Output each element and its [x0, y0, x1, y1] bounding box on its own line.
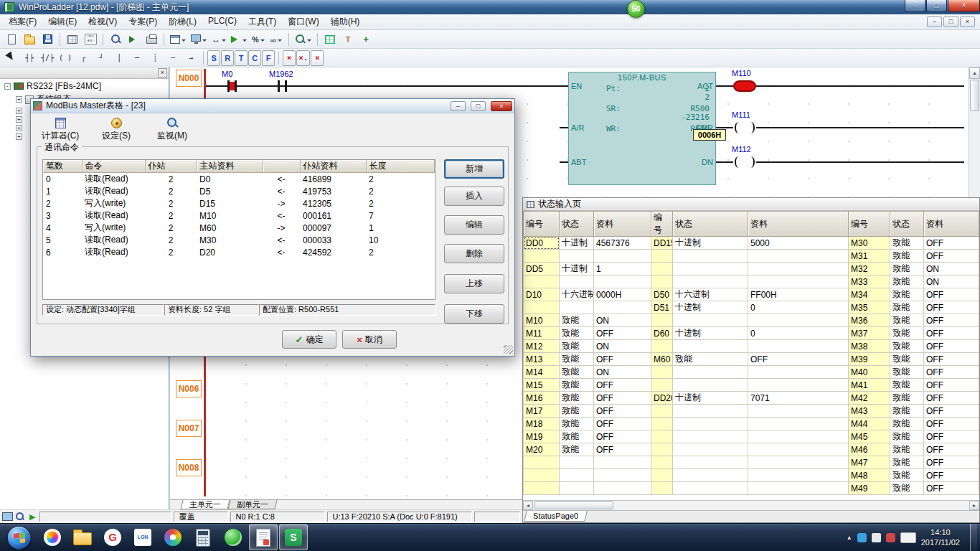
network-label-n008[interactable]: N008: [176, 459, 202, 476]
zoom-mini-icon[interactable]: [15, 512, 25, 522]
command-table[interactable]: 笔数命令仆站主站资料仆站资料长度 0读取(Read)2D0<-41689921读…: [42, 159, 435, 300]
coil-label-m112[interactable]: M112: [732, 145, 751, 154]
start-button[interactable]: [0, 524, 37, 551]
status-cell[interactable]: 0000H: [594, 288, 651, 301]
status-cell[interactable]: OFF: [924, 456, 979, 469]
status-cell[interactable]: OFF: [594, 379, 651, 392]
network-label-n007[interactable]: N007: [176, 420, 202, 437]
coil-m112[interactable]: [733, 156, 756, 168]
contact-m0[interactable]: [235, 80, 237, 92]
scale-button[interactable]: [250, 32, 267, 47]
command-row[interactable]: 0读取(Read)2D0<-4168992: [43, 173, 435, 186]
status-cell[interactable]: [673, 340, 748, 353]
status-cell[interactable]: [524, 482, 560, 495]
status-cell[interactable]: ON: [924, 263, 979, 276]
goto-network-button[interactable]: [125, 32, 142, 47]
contact-m1962[interactable]: [285, 80, 287, 92]
scroll-left-icon[interactable]: ◄: [523, 501, 533, 510]
status-cell[interactable]: 致能: [890, 288, 924, 301]
zoom-button[interactable]: [293, 32, 314, 47]
coil-label-m111[interactable]: M111: [732, 110, 750, 119]
menu-item-6[interactable]: 工具(T): [242, 14, 282, 30]
dialog-col-header[interactable]: 笔数: [43, 160, 82, 173]
status-cell[interactable]: 十六进制: [560, 288, 594, 301]
vertical-line-icon[interactable]: │: [110, 50, 128, 66]
tree-item-label[interactable]: RS232 [FBs-24MC]: [27, 81, 101, 91]
status-cell[interactable]: OFF: [924, 392, 979, 405]
status-cell[interactable]: M30: [849, 237, 890, 250]
status-cell[interactable]: M60: [651, 353, 673, 366]
status-cell[interactable]: [651, 443, 673, 456]
status-cell[interactable]: [673, 314, 748, 327]
horizontal-scrollbar[interactable]: ◄ ►: [523, 500, 979, 510]
status-cell[interactable]: 致能: [890, 366, 924, 379]
status-cell[interactable]: 致能: [890, 276, 924, 288]
status-cell[interactable]: [594, 276, 651, 288]
status-cell[interactable]: 十进制: [673, 392, 748, 405]
status-cell[interactable]: [748, 379, 849, 392]
status-col-header[interactable]: 资料: [748, 212, 849, 237]
status-cell[interactable]: [651, 276, 673, 288]
taskbar-item-calculator[interactable]: [189, 524, 217, 550]
tab-statuspage0[interactable]: StatusPage0: [524, 511, 588, 522]
tree-expand-icon[interactable]: +: [16, 96, 22, 103]
status-cell[interactable]: ON: [594, 340, 651, 353]
taskbar-clock[interactable]: 14:10 2017/11/02: [921, 527, 960, 548]
status-cell[interactable]: [524, 456, 560, 469]
dialog-minimize-button[interactable]: –: [451, 101, 466, 111]
function-block-mbus[interactable]: 150P.M-BUS Pt:22SR:R500-23216WR:R6006ENA…: [568, 72, 716, 185]
status-cell[interactable]: [673, 405, 748, 418]
reset-instruction-button[interactable]: R: [221, 50, 234, 66]
status-cell[interactable]: [594, 301, 651, 314]
dialog-col-header[interactable]: 长度: [366, 160, 435, 173]
status-col-header[interactable]: 状态: [673, 212, 748, 237]
status-cell[interactable]: M42: [849, 392, 890, 405]
status-cell[interactable]: [673, 430, 748, 443]
menu-item-4[interactable]: 阶梯(L): [163, 14, 202, 30]
status-cell[interactable]: 7071: [748, 392, 849, 405]
set-instruction-button[interactable]: S: [207, 50, 220, 66]
status-cell[interactable]: 致能: [673, 353, 748, 366]
menu-item-1[interactable]: 编辑(E): [42, 14, 83, 30]
status-cell[interactable]: [651, 379, 673, 392]
command-row[interactable]: 5读取(Read)2M30<-00003310: [43, 234, 435, 246]
status-cell[interactable]: 致能: [560, 392, 594, 405]
move-up-button[interactable]: 上移: [444, 274, 504, 293]
monitor-mini-icon[interactable]: [2, 512, 13, 521]
status-cell[interactable]: M44: [849, 418, 890, 430]
status-cell[interactable]: [748, 340, 849, 353]
wire-to-coil-icon[interactable]: →: [182, 50, 199, 66]
taskbar-item-document[interactable]: [249, 524, 278, 550]
contact-label-m0[interactable]: M0: [222, 70, 232, 78]
status-cell[interactable]: 致能: [890, 379, 924, 392]
status-cell[interactable]: 致能: [890, 418, 924, 430]
timer-instruction-button[interactable]: T: [235, 50, 248, 66]
status-cell[interactable]: 致能: [560, 353, 594, 366]
scrollbar-thumb[interactable]: [970, 80, 979, 111]
menu-item-2[interactable]: 检视(V): [83, 14, 123, 30]
status-cell[interactable]: DD15: [651, 237, 673, 250]
status-cell[interactable]: OFF: [594, 392, 651, 405]
status-page-title-bar[interactable]: 状态输入页: [523, 198, 979, 211]
cancel-button[interactable]: × 取消: [342, 330, 397, 349]
dialog-col-header[interactable]: 仆站: [145, 160, 197, 173]
status-cell[interactable]: 致能: [560, 418, 594, 430]
no-contact-icon[interactable]: ┤├: [21, 50, 38, 66]
status-col-header[interactable]: 编号: [849, 212, 890, 237]
status-cell[interactable]: [560, 456, 594, 469]
status-cell[interactable]: OFF: [924, 314, 979, 327]
command-row[interactable]: 1读取(Read)2D5<-4197532: [43, 185, 435, 197]
status-cell[interactable]: D50: [651, 288, 673, 301]
status-cell[interactable]: [560, 276, 594, 288]
status-cell[interactable]: [651, 418, 673, 430]
status-cell[interactable]: [748, 314, 849, 327]
status-cell[interactable]: M49: [849, 482, 890, 495]
status-cell[interactable]: DD5: [524, 263, 560, 276]
status-cell[interactable]: 1: [594, 263, 651, 276]
status-col-header[interactable]: 编号: [651, 212, 673, 237]
status-cell[interactable]: 致能: [890, 405, 924, 418]
comment-button[interactable]: [339, 32, 357, 47]
dialog-calculator-button[interactable]: 计算器(C): [39, 118, 81, 142]
dialog-close-button[interactable]: ×: [491, 101, 512, 111]
status-cell[interactable]: ON: [594, 366, 651, 379]
